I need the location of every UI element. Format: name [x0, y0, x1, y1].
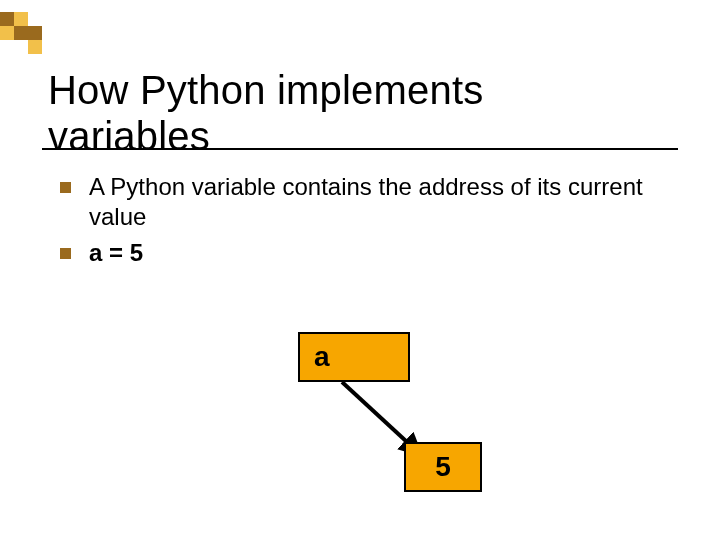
title-line-2: variables	[48, 114, 210, 158]
value-box: 5	[404, 442, 482, 492]
bullet-square-icon	[60, 182, 71, 193]
deco-square	[28, 40, 42, 54]
bullet-list: A Python variable contains the address o…	[60, 172, 660, 274]
title-underline	[42, 148, 678, 150]
deco-square	[0, 26, 14, 40]
pointer-arrow-icon	[300, 330, 500, 530]
bullet-text: A Python variable contains the address o…	[89, 172, 660, 232]
deco-square	[28, 26, 42, 40]
title-line-1: How Python implements	[48, 68, 484, 112]
bullet-square-icon	[60, 248, 71, 259]
deco-square	[0, 12, 14, 26]
deco-square	[14, 26, 28, 40]
bullet-item: A Python variable contains the address o…	[60, 172, 660, 232]
bullet-item: a = 5	[60, 238, 660, 268]
deco-square	[14, 12, 28, 26]
value-box-label: 5	[435, 451, 451, 483]
slide: How Python implements variables A Python…	[0, 0, 720, 540]
slide-title: How Python implements variables	[48, 67, 484, 159]
bullet-text: a = 5	[89, 238, 660, 268]
